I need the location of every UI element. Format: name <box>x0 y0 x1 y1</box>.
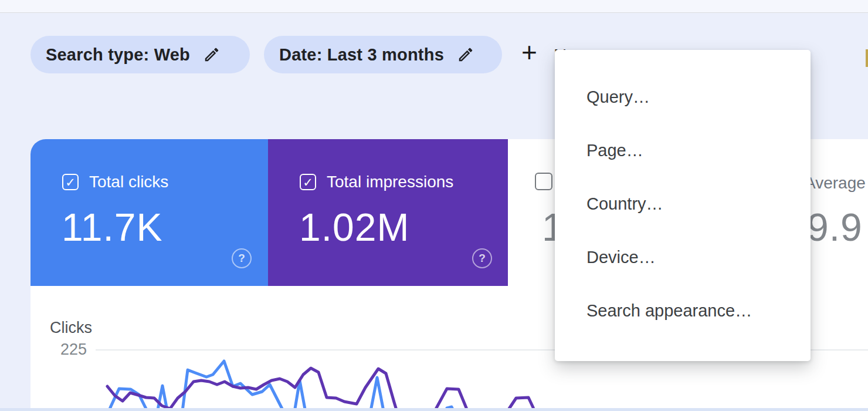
total-clicks-checkbox[interactable]: ✓ <box>62 174 79 190</box>
search-type-filter-chip[interactable]: Search type: Web <box>30 36 250 73</box>
total-impressions-label: Total impressions <box>327 173 453 191</box>
new-filter-dropdown-menu: Query… Page… Country… Device… Search app… <box>555 50 811 361</box>
total-clicks-value: 11.7K <box>62 205 163 250</box>
total-impressions-value: 1.02M <box>299 205 409 250</box>
bottom-edge-strip <box>0 408 868 411</box>
total-clicks-label: Total clicks <box>89 173 168 191</box>
export-control-edge <box>866 49 868 67</box>
average-ctr-checkbox[interactable] <box>535 173 552 190</box>
average-position-label-partial: Average <box>805 174 866 193</box>
search-console-performance-page: Search type: Web Date: Last 3 months + N… <box>0 0 868 411</box>
plus-icon: + <box>521 39 537 66</box>
date-range-filter-chip[interactable]: Date: Last 3 months <box>264 36 502 73</box>
edit-pencil-icon[interactable] <box>457 46 474 63</box>
total-impressions-checkbox[interactable]: ✓ <box>300 174 316 190</box>
menu-item-country[interactable]: Country… <box>555 177 811 231</box>
average-position-value: 9.9 <box>807 205 863 250</box>
help-icon[interactable]: ? <box>232 248 252 268</box>
checkmark-icon: ✓ <box>303 176 313 188</box>
edit-pencil-icon[interactable] <box>203 46 221 63</box>
menu-item-query[interactable]: Query… <box>555 70 811 124</box>
help-icon[interactable]: ? <box>472 248 492 268</box>
chart-y-tick-225: 225 <box>60 341 87 359</box>
menu-item-search-appearance[interactable]: Search appearance… <box>555 284 811 338</box>
search-type-filter-label: Search type: Web <box>46 45 190 65</box>
chart-axis-label: Clicks <box>50 319 92 337</box>
date-range-filter-label: Date: Last 3 months <box>279 45 444 65</box>
total-clicks-card[interactable]: ✓ Total clicks 11.7K ? <box>30 139 268 286</box>
menu-item-device[interactable]: Device… <box>555 231 811 284</box>
checkmark-icon: ✓ <box>65 176 76 188</box>
total-impressions-card[interactable]: ✓ Total impressions 1.02M ? <box>268 139 508 286</box>
menu-item-page[interactable]: Page… <box>555 124 811 177</box>
top-divider-strip <box>0 0 868 13</box>
